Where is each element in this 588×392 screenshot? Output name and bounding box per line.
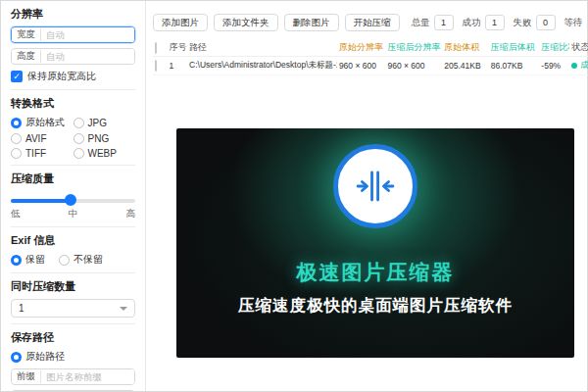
exif-option-discard[interactable]: 不保留: [59, 253, 103, 267]
header-original-resolution: 原始分辨率: [337, 39, 386, 57]
exif-section-title: Exif 信息: [11, 233, 135, 248]
header-original-size: 原始体积: [442, 39, 488, 57]
preview-app-title: 极速图片压缩器: [176, 259, 574, 286]
format-options: 原始格式 JPG AVIF PNG TIFF WEBP: [11, 116, 135, 159]
save-option-label: 原始路径: [25, 350, 65, 364]
format-option-webp[interactable]: WEBP: [74, 148, 136, 159]
exif-option-keep[interactable]: 保留: [11, 253, 45, 267]
stat-label: 等待: [564, 17, 583, 29]
compress-logo-icon: [333, 144, 417, 228]
stats-bar: 总量 1 成功 1 失败 0 等待 0: [412, 15, 588, 30]
concurrency-select[interactable]: 1: [11, 299, 135, 318]
exif-option-label: 不保留: [74, 253, 103, 267]
format-option-label: AVIF: [25, 133, 46, 144]
exif-option-label: 保留: [25, 253, 45, 267]
keep-aspect-ratio-checkbox-row[interactable]: ✓ 保持原始宽高比: [11, 70, 135, 83]
format-option-tiff[interactable]: TIFF: [11, 148, 74, 159]
cell-original-size: 205.41KB: [442, 57, 488, 75]
format-option-jpg[interactable]: JPG: [74, 116, 136, 129]
concurrency-value: 1: [19, 303, 24, 314]
radio-icon: [11, 352, 22, 363]
table-header-row: 序号 路径 原始分辨率 压缩后分辨率 原始体积 压缩后体积 压缩比率 状态: [153, 39, 588, 57]
stat-value: 1: [434, 15, 454, 30]
cell-compressed-resolution: 960 × 600: [385, 57, 442, 75]
width-label: 宽度: [12, 28, 41, 41]
divider: [11, 226, 135, 227]
header-compressed-resolution: 压缩后分辨率: [385, 39, 442, 57]
cell-path: C:\Users\Administrator\Desktop\未标题-1.jpg: [187, 57, 337, 75]
format-option-avif[interactable]: AVIF: [11, 133, 74, 144]
format-option-original[interactable]: 原始格式: [11, 116, 74, 129]
radio-icon: [11, 148, 22, 159]
settings-sidebar: 分辨率 宽度 高度 ✓ 保持原始宽高比 转换格式 原始格式 JPG: [1, 1, 146, 391]
keep-aspect-ratio-label: 保持原始宽高比: [27, 70, 96, 83]
add-images-button[interactable]: 添加图片: [153, 14, 208, 31]
radio-icon: [11, 255, 22, 266]
cell-compressed-size: 86.07KB: [489, 57, 540, 75]
slider-handle[interactable]: [65, 194, 76, 206]
divider: [11, 89, 135, 90]
stat-waiting: 等待 0: [564, 15, 588, 30]
start-compress-button[interactable]: 开始压缩: [345, 14, 400, 31]
save-option-original-path[interactable]: 原始路径: [11, 350, 135, 364]
quality-slider-labels: 低 中 高: [11, 208, 135, 220]
stat-value: 0: [536, 15, 556, 30]
status-dot-icon: [571, 63, 577, 69]
slider-fill: [11, 199, 71, 203]
cell-original-resolution: 960 × 600: [337, 57, 386, 75]
app-window: 分辨率 宽度 高度 ✓ 保持原始宽高比 转换格式 原始格式 JPG: [0, 0, 588, 392]
concurrency-section-title: 同时压缩数量: [11, 279, 135, 294]
format-option-label: 原始格式: [25, 116, 65, 129]
radio-icon: [59, 255, 70, 266]
quality-label-high: 高: [126, 208, 136, 220]
suffix-input-group: 后缀: [11, 390, 135, 391]
cell-seq: 1: [167, 57, 187, 75]
save-path-section-title: 保存路径: [11, 330, 135, 345]
quality-label-low: 低: [11, 208, 21, 220]
stat-failed: 失败 0: [514, 15, 556, 30]
prefix-input-group: 前缀: [11, 368, 135, 385]
stat-label: 成功: [463, 17, 481, 29]
divider: [11, 323, 135, 324]
format-option-label: PNG: [88, 133, 110, 144]
height-label: 高度: [12, 50, 41, 63]
delete-images-button[interactable]: 删除图片: [284, 14, 339, 31]
format-option-label: WEBP: [88, 148, 117, 159]
toolbar: 添加图片 添加文件夹 删除图片 开始压缩 总量 1 成功 1 失败 0: [153, 14, 588, 31]
radio-icon: [11, 133, 22, 144]
select-all-checkbox[interactable]: [155, 42, 157, 54]
height-input[interactable]: [41, 49, 134, 64]
quality-section-title: 压缩质量: [11, 172, 135, 186]
checkbox-checked-icon[interactable]: ✓: [11, 71, 23, 82]
status-badge: 成功: [571, 60, 588, 72]
format-option-label: JPG: [88, 118, 107, 128]
quality-label-mid: 中: [69, 208, 78, 220]
header-compression-ratio: 压缩比率: [539, 39, 569, 57]
stat-label: 失败: [514, 17, 532, 29]
stat-success: 成功 1: [463, 15, 505, 30]
table-row[interactable]: 1 C:\Users\Administrator\Desktop\未标题-1.j…: [153, 57, 588, 75]
divider: [11, 272, 135, 273]
header-path: 路径: [187, 39, 337, 57]
stat-label: 总量: [412, 17, 430, 29]
prefix-input[interactable]: [41, 369, 134, 384]
main-panel: 添加图片 添加文件夹 删除图片 开始压缩 总量 1 成功 1 失败 0: [146, 1, 588, 391]
format-section-title: 转换格式: [11, 96, 135, 111]
radio-icon: [11, 118, 22, 128]
add-folder-button[interactable]: 添加文件夹: [214, 14, 278, 31]
height-input-group: 高度: [11, 48, 135, 65]
status-text: 成功: [580, 60, 588, 72]
format-option-label: TIFF: [25, 148, 46, 159]
preview-banner: 极速图片压缩器 压缩速度极快的桌面端图片压缩软件: [176, 128, 574, 358]
quality-slider[interactable]: [11, 194, 135, 206]
stat-total: 总量 1: [412, 15, 454, 30]
radio-icon: [74, 133, 84, 144]
format-option-png[interactable]: PNG: [74, 133, 136, 144]
chevron-down-icon: [120, 307, 127, 311]
width-input-group: 宽度: [11, 26, 135, 43]
radio-icon: [74, 118, 84, 128]
preview-app-subtitle: 压缩速度极快的桌面端图片压缩软件: [176, 295, 574, 317]
header-status: 状态: [569, 39, 588, 57]
row-checkbox[interactable]: [155, 60, 157, 72]
width-input[interactable]: [41, 27, 134, 42]
